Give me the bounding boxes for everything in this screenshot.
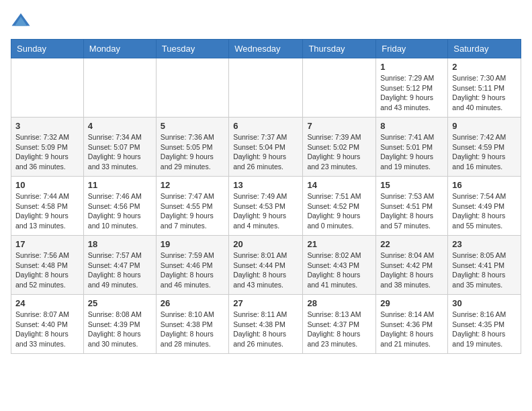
day-info: Sunrise: 7:59 AMSunset: 4:46 PMDaylight:… (161, 250, 224, 290)
calendar-header-sunday: Sunday (11, 40, 84, 58)
day-info: Sunrise: 7:32 AMSunset: 5:09 PMDaylight:… (15, 132, 79, 172)
calendar-week-row: 24Sunrise: 8:07 AMSunset: 4:40 PMDayligh… (11, 295, 521, 354)
day-info: Sunrise: 7:36 AMSunset: 5:05 PMDaylight:… (161, 132, 224, 172)
calendar-header-monday: Monday (83, 40, 156, 58)
calendar-cell (156, 58, 228, 118)
day-info: Sunrise: 7:34 AMSunset: 5:07 PMDaylight:… (88, 132, 152, 172)
day-number: 3 (15, 121, 79, 131)
day-number: 5 (161, 121, 224, 131)
calendar-cell: 13Sunrise: 7:49 AMSunset: 4:53 PMDayligh… (229, 177, 303, 236)
calendar-cell: 7Sunrise: 7:39 AMSunset: 5:02 PMDaylight… (303, 118, 376, 177)
calendar-header-saturday: Saturday (448, 40, 521, 58)
calendar-cell (83, 58, 156, 118)
day-info: Sunrise: 8:08 AMSunset: 4:39 PMDaylight:… (88, 310, 152, 349)
calendar-cell: 16Sunrise: 7:54 AMSunset: 4:49 PMDayligh… (448, 177, 521, 236)
day-info: Sunrise: 8:04 AMSunset: 4:42 PMDaylight:… (380, 250, 443, 290)
calendar-week-row: 3Sunrise: 7:32 AMSunset: 5:09 PMDaylight… (11, 118, 521, 177)
day-info: Sunrise: 8:01 AMSunset: 4:44 PMDaylight:… (233, 250, 298, 290)
day-number: 24 (15, 298, 79, 308)
calendar-cell (229, 58, 303, 118)
day-info: Sunrise: 8:11 AMSunset: 4:38 PMDaylight:… (233, 310, 298, 349)
day-number: 4 (88, 121, 152, 131)
calendar-week-row: 10Sunrise: 7:44 AMSunset: 4:58 PMDayligh… (11, 177, 521, 236)
calendar-cell: 12Sunrise: 7:47 AMSunset: 4:55 PMDayligh… (156, 177, 228, 236)
calendar-cell: 20Sunrise: 8:01 AMSunset: 4:44 PMDayligh… (229, 236, 303, 295)
day-info: Sunrise: 7:39 AMSunset: 5:02 PMDaylight:… (307, 132, 371, 172)
day-info: Sunrise: 7:42 AMSunset: 4:59 PMDaylight:… (452, 132, 517, 172)
day-info: Sunrise: 7:47 AMSunset: 4:55 PMDaylight:… (161, 191, 224, 231)
day-number: 14 (307, 180, 371, 190)
calendar-cell: 3Sunrise: 7:32 AMSunset: 5:09 PMDaylight… (11, 118, 84, 177)
calendar-cell: 6Sunrise: 7:37 AMSunset: 5:04 PMDaylight… (229, 118, 303, 177)
day-number: 12 (161, 180, 224, 190)
calendar-cell: 24Sunrise: 8:07 AMSunset: 4:40 PMDayligh… (11, 295, 84, 354)
calendar-cell: 15Sunrise: 7:53 AMSunset: 4:51 PMDayligh… (376, 177, 448, 236)
day-number: 30 (452, 298, 517, 308)
calendar-cell: 30Sunrise: 8:16 AMSunset: 4:35 PMDayligh… (448, 295, 521, 354)
day-info: Sunrise: 8:05 AMSunset: 4:41 PMDaylight:… (452, 250, 517, 290)
calendar-cell: 5Sunrise: 7:36 AMSunset: 5:05 PMDaylight… (156, 118, 228, 177)
day-info: Sunrise: 7:37 AMSunset: 5:04 PMDaylight:… (233, 132, 298, 172)
calendar-cell: 8Sunrise: 7:41 AMSunset: 5:01 PMDaylight… (376, 118, 448, 177)
calendar-cell: 26Sunrise: 8:10 AMSunset: 4:38 PMDayligh… (156, 295, 228, 354)
day-number: 22 (380, 239, 443, 249)
calendar-cell: 23Sunrise: 8:05 AMSunset: 4:41 PMDayligh… (448, 236, 521, 295)
day-number: 16 (452, 180, 517, 190)
calendar-cell: 2Sunrise: 7:30 AMSunset: 5:11 PMDaylight… (448, 58, 521, 118)
day-info: Sunrise: 7:57 AMSunset: 4:47 PMDaylight:… (88, 250, 152, 290)
calendar-cell (11, 58, 84, 118)
calendar-cell: 1Sunrise: 7:29 AMSunset: 5:12 PMDaylight… (376, 58, 448, 118)
day-number: 6 (233, 121, 298, 131)
day-number: 27 (233, 298, 298, 308)
calendar-cell: 27Sunrise: 8:11 AMSunset: 4:38 PMDayligh… (229, 295, 303, 354)
day-number: 25 (88, 298, 152, 308)
calendar-cell: 21Sunrise: 8:02 AMSunset: 4:43 PMDayligh… (303, 236, 376, 295)
calendar-cell: 11Sunrise: 7:46 AMSunset: 4:56 PMDayligh… (83, 177, 156, 236)
day-info: Sunrise: 7:49 AMSunset: 4:53 PMDaylight:… (233, 191, 298, 231)
day-number: 23 (452, 239, 517, 249)
calendar-week-row: 17Sunrise: 7:56 AMSunset: 4:48 PMDayligh… (11, 236, 521, 295)
calendar-cell: 17Sunrise: 7:56 AMSunset: 4:48 PMDayligh… (11, 236, 84, 295)
day-number: 20 (233, 239, 298, 249)
day-number: 13 (233, 180, 298, 190)
day-number: 10 (15, 180, 79, 190)
day-info: Sunrise: 8:16 AMSunset: 4:35 PMDaylight:… (452, 310, 517, 349)
day-info: Sunrise: 8:14 AMSunset: 4:36 PMDaylight:… (380, 310, 443, 349)
day-number: 9 (452, 121, 517, 131)
calendar-cell: 25Sunrise: 8:08 AMSunset: 4:39 PMDayligh… (83, 295, 156, 354)
day-number: 26 (161, 298, 224, 308)
day-number: 1 (380, 62, 443, 72)
calendar-header-thursday: Thursday (303, 40, 376, 58)
day-number: 2 (452, 62, 517, 72)
day-number: 19 (161, 239, 224, 249)
calendar-header-friday: Friday (376, 40, 448, 58)
calendar-cell: 4Sunrise: 7:34 AMSunset: 5:07 PMDaylight… (83, 118, 156, 177)
calendar-header-tuesday: Tuesday (156, 40, 228, 58)
logo (11, 11, 34, 31)
page-header (11, 11, 521, 31)
day-number: 18 (88, 239, 152, 249)
calendar-cell (303, 58, 376, 118)
day-info: Sunrise: 7:29 AMSunset: 5:12 PMDaylight:… (380, 73, 443, 113)
calendar-cell: 14Sunrise: 7:51 AMSunset: 4:52 PMDayligh… (303, 177, 376, 236)
calendar-cell: 29Sunrise: 8:14 AMSunset: 4:36 PMDayligh… (376, 295, 448, 354)
day-info: Sunrise: 8:13 AMSunset: 4:37 PMDaylight:… (307, 310, 371, 349)
calendar-week-row: 1Sunrise: 7:29 AMSunset: 5:12 PMDaylight… (11, 58, 521, 118)
day-info: Sunrise: 7:41 AMSunset: 5:01 PMDaylight:… (380, 132, 443, 172)
calendar-cell: 9Sunrise: 7:42 AMSunset: 4:59 PMDaylight… (448, 118, 521, 177)
day-info: Sunrise: 7:54 AMSunset: 4:49 PMDaylight:… (452, 191, 517, 231)
day-info: Sunrise: 8:02 AMSunset: 4:43 PMDaylight:… (307, 250, 371, 290)
calendar-header-row: SundayMondayTuesdayWednesdayThursdayFrid… (11, 40, 521, 58)
day-number: 11 (88, 180, 152, 190)
logo-icon (11, 11, 31, 31)
day-number: 15 (380, 180, 443, 190)
day-info: Sunrise: 7:56 AMSunset: 4:48 PMDaylight:… (15, 250, 79, 290)
calendar-cell: 19Sunrise: 7:59 AMSunset: 4:46 PMDayligh… (156, 236, 228, 295)
calendar-cell: 22Sunrise: 8:04 AMSunset: 4:42 PMDayligh… (376, 236, 448, 295)
calendar-cell: 18Sunrise: 7:57 AMSunset: 4:47 PMDayligh… (83, 236, 156, 295)
calendar-header-wednesday: Wednesday (229, 40, 303, 58)
day-info: Sunrise: 7:46 AMSunset: 4:56 PMDaylight:… (88, 191, 152, 231)
day-number: 17 (15, 239, 79, 249)
day-info: Sunrise: 7:53 AMSunset: 4:51 PMDaylight:… (380, 191, 443, 231)
day-number: 8 (380, 121, 443, 131)
